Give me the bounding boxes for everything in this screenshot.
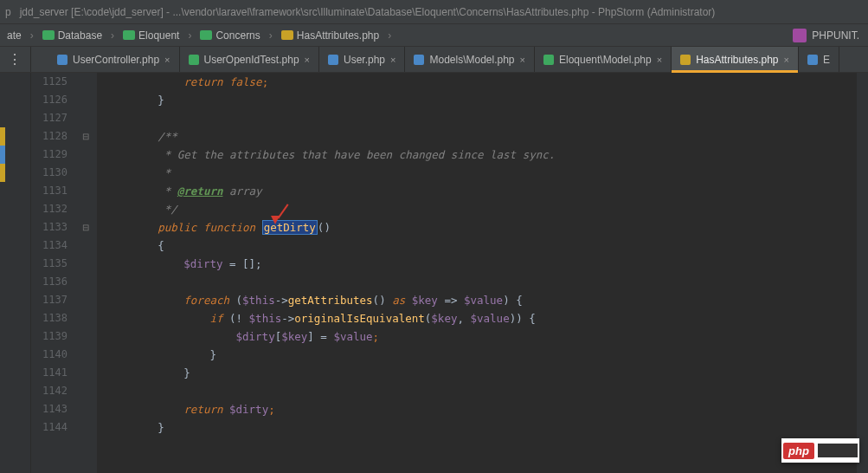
breadcrumb-ate[interactable]: ate	[3, 28, 25, 43]
php-test-icon	[189, 55, 199, 65]
code-line: }	[97, 91, 856, 109]
code-line: *	[97, 164, 856, 182]
code-line: /**	[97, 127, 856, 146]
line-number: 1144	[31, 418, 68, 437]
code-line: return false;	[97, 73, 856, 91]
code-line	[97, 109, 856, 127]
php-class-icon	[57, 55, 68, 65]
chevron-right-icon: ›	[111, 29, 114, 42]
line-number: 1125	[31, 73, 68, 91]
line-number: 1129	[31, 146, 68, 164]
code-line: return $dirty;	[97, 400, 856, 418]
editor[interactable]: 1125 1126 1127 1128 1129 1130 1131 1132 …	[0, 73, 868, 473]
line-number: 1143	[31, 400, 68, 418]
line-number: 1132	[31, 200, 68, 218]
title-prefix: p	[5, 6, 20, 18]
line-number: 1137	[31, 291, 68, 309]
code-line: * Get the attributes that have been chan…	[97, 146, 856, 164]
php-class-icon	[543, 55, 554, 65]
tab-overflow[interactable]: ⋮	[0, 47, 31, 72]
phpunit-icon	[793, 29, 807, 42]
php-file-icon	[680, 55, 691, 65]
line-number-gutter[interactable]: 1125 1126 1127 1128 1129 1130 1131 1132 …	[31, 73, 80, 473]
close-icon[interactable]: ×	[784, 55, 789, 65]
line-number: 1130	[31, 164, 68, 182]
breadcrumb-concerns[interactable]: Concerns	[196, 28, 263, 43]
code-line	[97, 273, 856, 291]
breadcrumb-eloquent[interactable]: Eloquent	[119, 28, 183, 43]
php-class-icon	[414, 55, 424, 65]
folder-icon	[123, 30, 135, 40]
annotation-arrow-head	[271, 216, 280, 224]
code-line: if (! $this->originalIsEquivalent($key, …	[97, 309, 856, 327]
more-icon: ⋮	[8, 51, 23, 68]
line-number: 1135	[31, 255, 68, 273]
error-stripe[interactable]	[856, 73, 868, 473]
line-number: 1126	[31, 91, 68, 109]
line-number: 1128	[31, 127, 68, 146]
editor-tabs: ⋮ UserController.php× UserOpenIdTest.php…	[0, 47, 868, 73]
close-icon[interactable]: ×	[520, 55, 525, 65]
chevron-right-icon: ›	[269, 29, 273, 42]
php-class-icon	[328, 55, 338, 65]
line-number: 1138	[31, 309, 68, 327]
window-title: jdd_server [E:\code\jdd_server] - ...\ve…	[20, 6, 716, 18]
line-number: 1142	[31, 382, 68, 400]
code-line: {	[97, 236, 856, 255]
code-line	[97, 382, 856, 400]
line-number: 1139	[31, 327, 68, 346]
code-editor[interactable]: return false; } /** * Get the attributes…	[97, 73, 856, 473]
line-number: 1140	[31, 346, 68, 364]
breadcrumb-database[interactable]: Database	[39, 28, 106, 43]
tab-models-model[interactable]: Models\Model.php×	[405, 47, 535, 72]
tab-eloquent-model[interactable]: Eloquent\Model.php×	[535, 47, 672, 72]
line-number: 1141	[31, 364, 68, 382]
code-line: */	[97, 200, 856, 218]
chevron-right-icon: ›	[30, 29, 34, 42]
breadcrumbs-bar: ate › Database › Eloquent › Concerns › H…	[0, 24, 868, 47]
code-line: }	[97, 364, 856, 382]
chevron-right-icon: ›	[188, 29, 191, 42]
code-line: }	[97, 346, 856, 364]
caret-line-marker	[0, 146, 5, 164]
code-line: foreach ($this->getAttributes() as $key …	[97, 291, 856, 309]
toolbar-right: PHPUNIT.	[793, 29, 859, 42]
fold-gutter[interactable]: ⊟ ⊟	[80, 73, 97, 473]
window-titlebar: p jdd_server [E:\code\jdd_server] - ...\…	[0, 0, 868, 24]
code-line: $dirty = [];	[97, 255, 856, 273]
watermark-text	[818, 444, 858, 457]
php-class-icon	[807, 55, 818, 65]
code-line: public function getDirty()	[97, 218, 856, 236]
line-number: 1133	[31, 218, 68, 236]
folder-icon	[42, 30, 55, 40]
code-line: * @return array	[97, 182, 856, 200]
chevron-right-icon: ›	[388, 29, 391, 42]
close-icon[interactable]: ×	[164, 55, 170, 65]
fold-toggle-icon[interactable]: ⊟	[82, 218, 89, 236]
php-file-icon	[281, 30, 293, 40]
phpunit-tool[interactable]: PHPUNIT.	[793, 29, 859, 42]
close-icon[interactable]: ×	[390, 55, 395, 65]
fold-toggle-icon[interactable]: ⊟	[82, 127, 89, 146]
tab-usercontroller[interactable]: UserController.php×	[48, 47, 180, 72]
close-icon[interactable]: ×	[657, 55, 662, 65]
line-number: 1136	[31, 273, 68, 291]
line-number: 1127	[31, 109, 68, 127]
close-icon[interactable]: ×	[305, 55, 310, 65]
tab-hasattributes[interactable]: HasAttributes.php×	[672, 47, 799, 72]
breadcrumb-file[interactable]: HasAttributes.php	[278, 28, 383, 43]
line-number: 1134	[31, 236, 68, 255]
code-line: }	[97, 418, 856, 437]
code-line: $dirty[$key] = $value;	[97, 327, 856, 346]
left-margin	[0, 73, 31, 473]
line-number: 1131	[31, 182, 68, 200]
tab-useropenidtest[interactable]: UserOpenIdTest.php×	[180, 47, 320, 72]
php-logo: php	[783, 443, 814, 459]
tab-user[interactable]: User.php×	[319, 47, 405, 72]
watermark-badge: php	[781, 438, 859, 463]
folder-icon	[200, 30, 212, 40]
spacer	[31, 47, 48, 72]
tab-partial-e[interactable]: E	[799, 47, 839, 72]
